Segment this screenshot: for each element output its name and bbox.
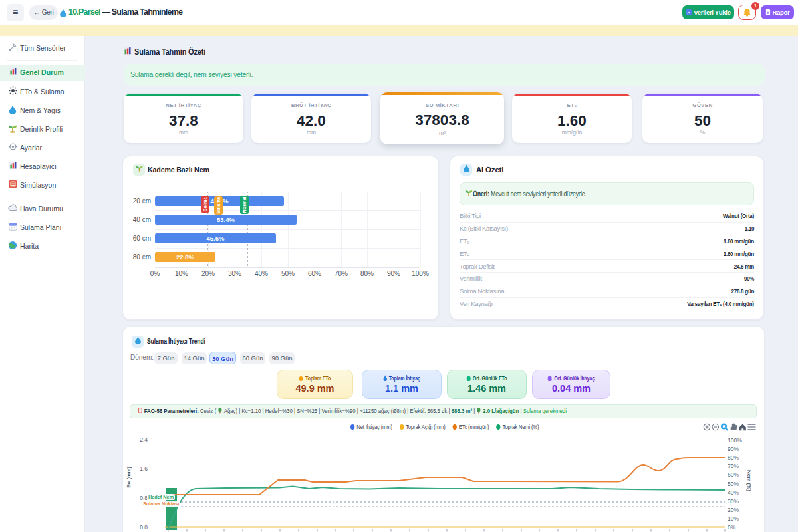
svg-text:0%: 0% [728,524,736,531]
svg-text:Nem (%): Nem (%) [746,470,752,491]
svg-text:20%: 20% [728,507,739,513]
svg-text:10%: 10% [728,515,739,522]
svg-text:80%: 80% [728,454,739,461]
svg-text:70%: 70% [728,463,739,469]
svg-text:Normal: Normal [241,196,247,213]
svg-text:30%: 30% [728,498,739,505]
svg-text:Sulama: Sulama [215,196,221,214]
svg-text:1.6: 1.6 [140,466,148,472]
svg-text:40%: 40% [728,489,739,496]
svg-text:Solma: Solma [202,197,208,212]
svg-text:0.0: 0.0 [140,524,148,531]
svg-text:90%: 90% [728,446,739,452]
svg-text:100%: 100% [728,437,742,444]
svg-text:60%: 60% [728,471,739,478]
svg-text:Su (mm): Su (mm) [126,467,132,488]
svg-text:2.4: 2.4 [140,436,148,443]
svg-text:50%: 50% [728,481,739,487]
